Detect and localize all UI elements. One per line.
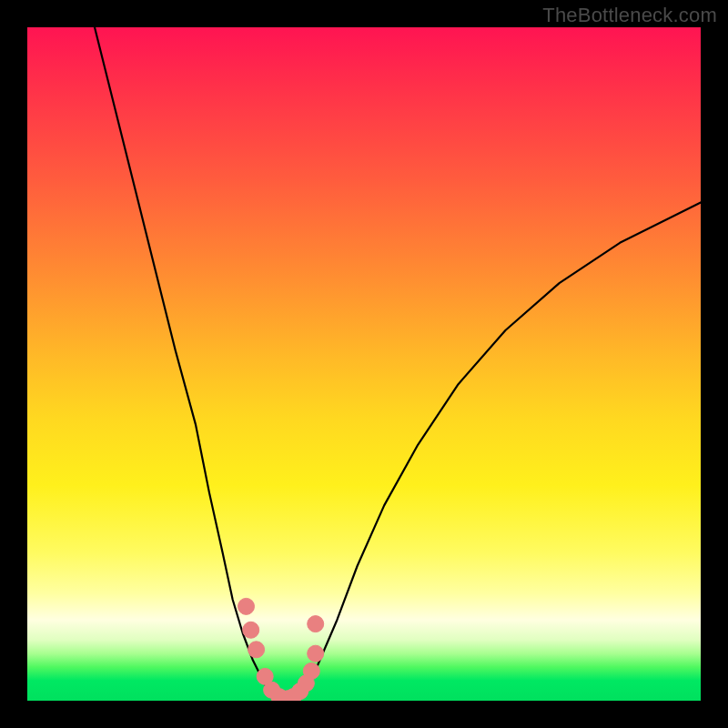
marker-dot <box>248 642 265 658</box>
marker-dot <box>308 616 324 632</box>
curve-path <box>95 27 701 701</box>
chart-svg <box>27 27 701 701</box>
watermark-text: TheBottleneck.com <box>542 4 717 27</box>
plot-area <box>27 27 701 701</box>
chart-frame: TheBottleneck.com <box>0 0 728 728</box>
marker-dot <box>238 598 255 614</box>
marker-group <box>238 598 324 701</box>
marker-dot <box>243 622 259 638</box>
marker-dot <box>303 662 319 679</box>
marker-dot <box>308 645 324 662</box>
